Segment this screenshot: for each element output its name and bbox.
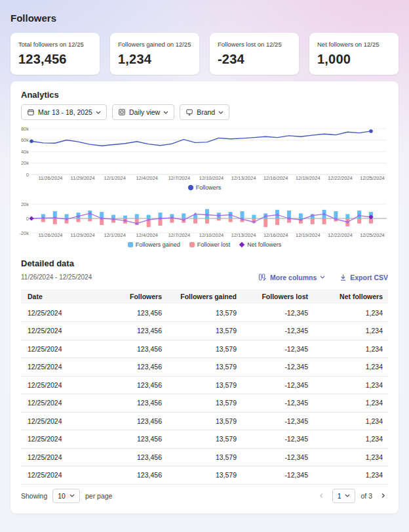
- page-select[interactable]: 1: [332, 489, 356, 503]
- legend-label: Followers gained: [136, 241, 180, 248]
- svg-text:12/19/2024: 12/19/2024: [296, 232, 321, 238]
- svg-text:60k: 60k: [21, 137, 29, 143]
- svg-text:12/25/2024: 12/25/2024: [360, 232, 385, 238]
- svg-text:12/1/2024: 12/1/2024: [104, 232, 126, 238]
- svg-text:12/4/2024: 12/4/2024: [136, 232, 158, 238]
- table-cell: 1,234: [313, 340, 388, 358]
- table-cell: 13,579: [167, 358, 242, 377]
- table-row: 12/25/2024123,45613,579-12,3451,234: [21, 448, 388, 466]
- table-cell: -12,345: [242, 340, 313, 358]
- svg-text:11/29/2024: 11/29/2024: [71, 175, 95, 181]
- table-header-row: Date Followers Followers gained Follower…: [21, 289, 388, 304]
- previous-page-button[interactable]: [317, 491, 327, 501]
- table-cell: 123,456: [119, 304, 167, 322]
- stat-cards-row: Total followers on 12/25 123,456 Followe…: [10, 33, 399, 75]
- table-cell: 1,234: [313, 430, 388, 449]
- table-row: 12/25/2024123,45613,579-12,3451,234: [21, 412, 388, 430]
- legend-swatch: [188, 185, 193, 190]
- stat-card-net-followers: Net followers on 12/25 1,000: [309, 33, 399, 75]
- svg-text:12/25/2024: 12/25/2024: [360, 175, 385, 181]
- line-chart-legend: Followers: [21, 184, 388, 191]
- analytics-card: Analytics Mar 13 - 18, 2025: [10, 81, 399, 514]
- table-cell: 1,234: [313, 322, 388, 340]
- svg-text:20k: 20k: [21, 160, 29, 166]
- table-cell: 1,234: [313, 304, 388, 322]
- analytics-filters: Mar 13 - 18, 2025 Daily view: [21, 104, 388, 120]
- detailed-data-section: Detailed data 11/26/2024 - 12/25/2024 Mo…: [21, 258, 388, 503]
- date-range-filter[interactable]: Mar 13 - 18, 2025: [21, 104, 107, 120]
- legend-label: Followers: [196, 184, 222, 191]
- table-cell: 1,234: [313, 376, 388, 394]
- legend-item: Followers: [188, 184, 222, 191]
- next-page-button[interactable]: [378, 491, 388, 501]
- analytics-title: Analytics: [21, 90, 388, 100]
- stat-card-followers-lost: Followers lost on 12/25 -234: [210, 33, 299, 75]
- pagination: 1 of 3: [317, 489, 388, 503]
- table-cell: 123,456: [119, 358, 167, 377]
- page-title: Followers: [10, 12, 399, 24]
- monitor-icon: [185, 108, 193, 116]
- total-pages-label: of 3: [360, 492, 372, 500]
- per-page-value: 10: [58, 492, 66, 500]
- svg-text:0: 0: [26, 172, 29, 178]
- stat-card-label: Followers lost on 12/25: [218, 41, 291, 48]
- table-row: 12/25/2024123,45613,579-12,3451,234: [21, 466, 388, 485]
- table-cell: 12/25/2024: [21, 322, 119, 340]
- table-cell: -12,345: [242, 376, 313, 394]
- chevron-down-icon: [96, 111, 101, 114]
- legend-swatch: [128, 242, 133, 247]
- svg-text:12/16/2024: 12/16/2024: [263, 232, 288, 238]
- per-page-select[interactable]: 10: [52, 489, 80, 503]
- more-columns-button[interactable]: More columns: [258, 273, 325, 281]
- svg-text:12/16/2024: 12/16/2024: [263, 175, 288, 181]
- table-cell: -12,345: [242, 358, 313, 377]
- table-cell: 13,579: [167, 448, 242, 466]
- stat-card-followers-gained: Followers gained on 12/25 1,234: [110, 33, 199, 75]
- legend-item: Followers gained: [128, 241, 180, 248]
- stat-card-value: 123,456: [18, 52, 92, 67]
- svg-text:12/10/2024: 12/10/2024: [199, 232, 224, 238]
- table-cell: 12/25/2024: [21, 466, 119, 485]
- legend-swatch: [239, 242, 244, 247]
- stat-card-total-followers: Total followers on 12/25 123,456: [10, 33, 100, 75]
- svg-text:0: 0: [26, 216, 29, 222]
- columns-edit-icon: [258, 273, 267, 281]
- svg-text:11/29/2024: 11/29/2024: [71, 232, 95, 238]
- table-cell: 123,456: [119, 412, 167, 430]
- brand-filter-label: Brand: [197, 108, 215, 116]
- more-columns-label: More columns: [270, 274, 317, 281]
- svg-text:12/7/2024: 12/7/2024: [168, 175, 190, 181]
- svg-text:12/1/2024: 12/1/2024: [104, 175, 126, 181]
- legend-swatch: [189, 242, 195, 247]
- table-cell: -12,345: [242, 394, 313, 413]
- page-value: 1: [338, 492, 341, 500]
- table-cell: 13,579: [167, 466, 242, 485]
- calendar-day-icon: [118, 108, 126, 116]
- line-chart-canvas: 80k60k40k20k011/26/202411/29/202412/1/20…: [21, 125, 388, 182]
- view-granularity-filter[interactable]: Daily view: [112, 104, 174, 120]
- export-csv-button[interactable]: Export CSV: [340, 274, 388, 281]
- table-footer: Showing 10 per page: [21, 489, 388, 503]
- table-cell: 12/25/2024: [21, 394, 119, 413]
- stat-card-value: 1,000: [317, 52, 391, 67]
- table-row: 12/25/2024123,45613,579-12,3451,234: [21, 376, 388, 394]
- followers-page: Followers Total followers on 12/25 123,4…: [0, 0, 409, 514]
- svg-text:20k: 20k: [21, 201, 29, 207]
- download-icon: [340, 274, 347, 281]
- svg-text:12/13/2024: 12/13/2024: [231, 232, 256, 238]
- stat-card-value: -234: [218, 52, 291, 67]
- table-cell: 123,456: [119, 448, 167, 466]
- table-cell: 123,456: [119, 466, 167, 485]
- column-header-date: Date: [21, 289, 119, 304]
- view-granularity-label: Daily view: [129, 108, 160, 116]
- brand-filter[interactable]: Brand: [180, 104, 229, 120]
- table-cell: 123,456: [119, 322, 167, 340]
- table-cell: 13,579: [167, 376, 242, 394]
- column-header-followers-gained: Followers gained: [167, 289, 242, 304]
- svg-text:12/4/2024: 12/4/2024: [136, 175, 158, 181]
- column-header-net-followers: Net followers: [313, 289, 388, 304]
- table-cell: 1,234: [313, 358, 388, 377]
- column-header-followers-lost: Followers lost: [242, 289, 313, 304]
- stat-card-label: Total followers on 12/25: [18, 41, 92, 48]
- table-cell: 13,579: [167, 304, 242, 322]
